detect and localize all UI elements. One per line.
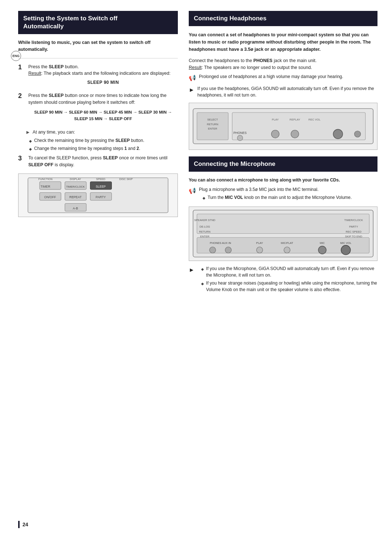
eng-badge: ENG bbox=[11, 51, 21, 61]
headphones-header: Connecting Headphones bbox=[189, 11, 377, 26]
right-column: Connecting Headphones You can connect a … bbox=[189, 11, 377, 528]
anytime-box: ► At any time, you can: ◆ Check the rema… bbox=[25, 129, 178, 152]
step-3-content: To cancel the SLEEP function, press SLEE… bbox=[28, 155, 178, 168]
diamond-icon-mic-2: ◆ bbox=[201, 281, 204, 286]
page: ENG Setting the System to Switch off Aut… bbox=[0, 0, 392, 539]
step-2-number: 2 bbox=[18, 92, 25, 100]
svg-text:DE-LOG: DE-LOG bbox=[200, 225, 210, 229]
svg-point-52 bbox=[257, 247, 263, 253]
svg-point-33 bbox=[354, 131, 360, 137]
anytime-header: ► At any time, you can: bbox=[25, 129, 178, 135]
left-section-header: Setting the System to Switch off Automat… bbox=[18, 11, 178, 34]
headphone-note-icon-2: ► bbox=[189, 86, 195, 94]
svg-point-51 bbox=[225, 247, 231, 253]
headphones-note-2: ► If you use the headphones, GiGA SOUND … bbox=[189, 85, 377, 98]
step-3: 3 To cancel the SLEEP function, press SL… bbox=[18, 155, 178, 168]
diamond-icon-mic: ◆ bbox=[203, 195, 205, 201]
step-2: 2 Press the SLEEP button once or more ti… bbox=[18, 92, 178, 125]
svg-text:ENTER: ENTER bbox=[208, 127, 217, 130]
svg-point-50 bbox=[209, 247, 216, 253]
microphone-title: Connecting the Microphone bbox=[194, 160, 372, 168]
headphone-note-icon-1: 📢 bbox=[189, 74, 196, 82]
svg-text:PHONES AUX IN: PHONES AUX IN bbox=[210, 241, 231, 245]
microphone-step: 📢 Plug a microphone with a 3.5ø MIC jack… bbox=[189, 186, 377, 202]
svg-text:MIC: MIC bbox=[320, 241, 325, 245]
left-column: Setting the System to Switch off Automat… bbox=[18, 11, 178, 528]
svg-text:MIC VOL: MIC VOL bbox=[340, 241, 351, 245]
mic-note-item-2: ◆ If you hear strange noises (squealing … bbox=[201, 280, 377, 293]
left-device-image: TIMER TIMER/CLOCK SLEEP ON/OFF REPEAT PA… bbox=[18, 173, 178, 217]
step-1-number: 1 bbox=[18, 64, 25, 72]
svg-text:RETURN: RETURN bbox=[199, 230, 210, 234]
microphone-device-svg: TIMER/CLOCK SPEAKER STND DE-LOG RETURN E… bbox=[189, 206, 377, 261]
microphone-step-icon: 📢 bbox=[189, 187, 196, 195]
svg-point-31 bbox=[291, 130, 299, 138]
result-label-1: Result bbox=[28, 71, 41, 76]
anytime-list: ◆ Check the remaining time by pressing t… bbox=[29, 137, 178, 152]
svg-text:TIMER/CLOCK: TIMER/CLOCK bbox=[344, 219, 363, 222]
svg-point-32 bbox=[333, 129, 343, 139]
svg-text:PLAY: PLAY bbox=[272, 118, 279, 121]
headphones-note-1: 📢 Prolonged use of headphones at a high … bbox=[189, 73, 377, 82]
svg-text:MIC/FLAT: MIC/FLAT bbox=[281, 241, 293, 245]
headphones-connect-line: Connect the headphones to the PHONES jac… bbox=[189, 57, 377, 71]
left-section-title: Setting the System to Switch off Automat… bbox=[23, 15, 173, 30]
svg-text:REPEAT: REPEAT bbox=[69, 195, 82, 199]
svg-rect-20 bbox=[197, 113, 228, 140]
svg-text:PARTY: PARTY bbox=[96, 195, 106, 199]
svg-point-26 bbox=[237, 135, 243, 140]
step-2-content: Press the SLEEP button once or more time… bbox=[28, 92, 178, 125]
svg-text:TIMER/CLOCK: TIMER/CLOCK bbox=[66, 185, 85, 188]
svg-text:RETURN: RETURN bbox=[207, 122, 218, 126]
svg-text:A-B: A-B bbox=[73, 207, 78, 210]
left-device-svg: TIMER TIMER/CLOCK SLEEP ON/OFF REPEAT PA… bbox=[19, 174, 177, 217]
step-3-number: 3 bbox=[18, 155, 25, 163]
svg-text:SLEEP: SLEEP bbox=[96, 185, 106, 188]
step-1: 1 Press the SLEEP button. Result: The pl… bbox=[18, 64, 178, 88]
svg-point-30 bbox=[271, 130, 279, 138]
svg-text:PARTY: PARTY bbox=[349, 225, 358, 229]
svg-point-55 bbox=[341, 245, 351, 255]
svg-text:REPLAY: REPLAY bbox=[290, 118, 300, 121]
svg-text:SPEAKER STND: SPEAKER STND bbox=[194, 219, 216, 222]
sleep-sequence: SLEEP 90 MIN → SLEEP 60 MIN → SLEEP 45 M… bbox=[28, 109, 178, 122]
headphones-device-image: SELECT RETURN ENTER PHONES PLAY REPLAY R… bbox=[189, 103, 377, 150]
headphones-intro: You can connect a set of headphones to y… bbox=[189, 31, 377, 53]
microphone-note-1: ► ◆ If you use the Microphone, GiGA SOUN… bbox=[189, 265, 377, 294]
svg-text:SELECT: SELECT bbox=[207, 118, 218, 121]
microphone-intro: You can also connect a microphone to sin… bbox=[189, 177, 377, 183]
headphones-device-svg: SELECT RETURN ENTER PHONES PLAY REPLAY R… bbox=[189, 103, 377, 150]
svg-rect-35 bbox=[197, 214, 369, 234]
microphone-section: Connecting the Microphone You can also c… bbox=[189, 156, 377, 294]
mic-note-item-1: ◆ If you use the Microphone, GiGA SOUND … bbox=[201, 265, 377, 278]
svg-text:REC VOL: REC VOL bbox=[309, 118, 320, 121]
svg-text:REC SPEED: REC SPEED bbox=[346, 230, 362, 234]
svg-rect-24 bbox=[232, 113, 366, 140]
svg-point-53 bbox=[284, 247, 290, 253]
sleep-display: SLEEP 90 MIN bbox=[28, 79, 178, 86]
diamond-icon-2: ◆ bbox=[29, 146, 32, 152]
svg-text:SPEED: SPEED bbox=[96, 177, 106, 181]
microphone-header: Connecting the Microphone bbox=[189, 156, 377, 172]
svg-text:FUNCTION: FUNCTION bbox=[38, 177, 53, 181]
microphone-sub-list: ◆ Turn the MIC VOL knob on the main unit… bbox=[203, 194, 377, 201]
headphones-result-label: Result bbox=[189, 65, 201, 70]
step-1-content: Press the SLEEP button. Result: The play… bbox=[28, 64, 178, 88]
microphone-notes-list: ◆ If you use the Microphone, GiGA SOUND … bbox=[201, 265, 377, 293]
page-bar bbox=[18, 521, 20, 528]
svg-text:PHONES: PHONES bbox=[233, 131, 247, 135]
svg-point-54 bbox=[318, 246, 326, 254]
svg-text:TIMER: TIMER bbox=[41, 185, 50, 188]
mic-note-icon-1: ► bbox=[189, 266, 195, 274]
microphone-sub-item: ◆ Turn the MIC VOL knob on the main unit… bbox=[203, 194, 377, 201]
svg-text:PLAY: PLAY bbox=[256, 241, 263, 245]
arrow-right-icon: ► bbox=[25, 129, 30, 135]
svg-text:DISC SKIP: DISC SKIP bbox=[119, 177, 133, 181]
svg-text:ON/OFF: ON/OFF bbox=[44, 195, 56, 199]
diamond-icon-mic-1: ◆ bbox=[201, 266, 204, 272]
left-intro: While listening to music, you can set th… bbox=[18, 39, 178, 53]
page-number: 24 bbox=[23, 522, 28, 527]
anytime-item-1: ◆ Check the remaining time by pressing t… bbox=[29, 137, 178, 144]
svg-text:DISPLAY: DISPLAY bbox=[70, 177, 81, 181]
diamond-icon-1: ◆ bbox=[29, 138, 32, 144]
